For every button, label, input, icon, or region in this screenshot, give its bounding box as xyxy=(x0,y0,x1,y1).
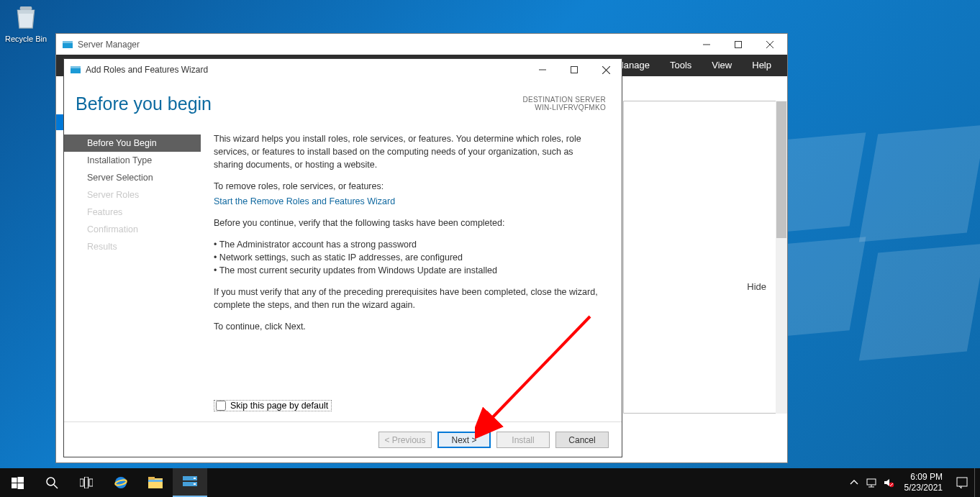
wizard-minimize-button[interactable] xyxy=(527,59,558,81)
tray-volume-icon[interactable] xyxy=(880,478,897,488)
wizard-icon xyxy=(70,64,81,76)
menu-help[interactable]: Help xyxy=(742,55,781,76)
wizard-verify-close: If you must verify that any of the prece… xyxy=(214,286,604,311)
svg-rect-21 xyxy=(85,477,89,488)
skip-page-checkbox[interactable] xyxy=(216,401,226,411)
wizard-heading: Before you begin xyxy=(76,94,522,114)
svg-rect-22 xyxy=(89,479,93,486)
destination-value: WIN-LIVFRVQFMKO xyxy=(522,104,606,111)
menu-tools[interactable]: Tools xyxy=(660,55,702,76)
wizard-button-row: < Previous Next > Install Cancel xyxy=(378,432,609,448)
svg-rect-17 xyxy=(17,483,24,489)
svg-rect-14 xyxy=(12,478,17,483)
step-confirmation: Confirmation xyxy=(64,221,201,238)
install-button: Install xyxy=(496,432,550,448)
svg-rect-15 xyxy=(17,477,24,483)
taskbar-time: 6:09 PM xyxy=(904,472,943,483)
task-view-button[interactable] xyxy=(69,468,104,497)
prereq-item: The most current security updates from W… xyxy=(214,264,604,277)
svg-rect-8 xyxy=(71,66,81,68)
step-server-selection[interactable]: Server Selection xyxy=(64,169,201,186)
menu-view[interactable]: View xyxy=(702,55,742,76)
wizard-destination: DESTINATION SERVER WIN-LIVFRVQFMKO xyxy=(522,96,606,111)
server-manager-titlebar[interactable]: Server Manager xyxy=(56,34,787,55)
tray-chevron-icon[interactable] xyxy=(845,478,863,487)
skip-page-checkbox-row[interactable]: Skip this page by default xyxy=(214,400,332,411)
taskbar-date: 5/23/2021 xyxy=(904,483,943,493)
tray-notifications-icon[interactable] xyxy=(950,476,974,489)
svg-rect-30 xyxy=(194,478,196,479)
wizard-divider xyxy=(64,421,622,422)
wizard-intro-text: This wizard helps you install roles, rol… xyxy=(214,132,604,171)
svg-rect-20 xyxy=(80,479,83,486)
skip-page-label: Skip this page by default xyxy=(230,401,328,411)
svg-rect-10 xyxy=(571,67,578,73)
desktop-background-windows-logo xyxy=(764,137,980,352)
step-results: Results xyxy=(64,238,201,255)
tray-network-icon[interactable] xyxy=(863,478,880,488)
svg-rect-4 xyxy=(735,41,742,47)
previous-button: < Previous xyxy=(378,432,432,448)
maximize-button[interactable] xyxy=(722,34,754,55)
wizard-prereq-list: The Administrator account has a strong p… xyxy=(214,238,604,277)
svg-rect-0 xyxy=(20,6,32,10)
destination-label: DESTINATION SERVER xyxy=(522,96,606,104)
sm-hide-link[interactable]: Hide xyxy=(747,281,766,292)
server-manager-title: Server Manager xyxy=(78,40,691,50)
close-button[interactable] xyxy=(754,34,786,55)
server-manager-icon xyxy=(62,39,73,50)
step-installation-type[interactable]: Installation Type xyxy=(64,152,201,169)
wizard-continue-text: To continue, click Next. xyxy=(214,320,604,333)
desktop-icon-label: Recycle Bin xyxy=(4,35,47,43)
prereq-item: The Administrator account has a strong p… xyxy=(214,238,604,251)
prereq-item: Network settings, such as static IP addr… xyxy=(214,251,604,264)
add-roles-wizard-window: Add Roles and Features Wizard Before you… xyxy=(63,58,622,457)
wizard-remove-label: To remove roles, role services, or featu… xyxy=(214,180,604,193)
wizard-steps-nav: Before You Begin Installation Type Serve… xyxy=(64,127,201,414)
step-before-you-begin[interactable]: Before You Begin xyxy=(64,134,201,152)
minimize-button[interactable] xyxy=(691,34,722,55)
svg-rect-26 xyxy=(148,477,155,480)
svg-point-18 xyxy=(47,478,55,485)
svg-rect-16 xyxy=(12,483,17,488)
svg-line-19 xyxy=(54,485,58,488)
next-button[interactable]: Next > xyxy=(437,432,491,448)
svg-rect-2 xyxy=(63,41,73,43)
wizard-titlebar[interactable]: Add Roles and Features Wizard xyxy=(64,59,622,81)
svg-rect-37 xyxy=(957,478,967,486)
taskbar-ie-icon[interactable] xyxy=(104,468,138,497)
sm-scrollbar[interactable] xyxy=(776,101,787,414)
remove-roles-link[interactable]: Start the Remove Roles and Features Wiza… xyxy=(214,196,395,206)
sm-dashboard-panel: Hide xyxy=(623,101,777,414)
svg-rect-31 xyxy=(194,483,196,485)
svg-rect-27 xyxy=(148,480,163,482)
wizard-title: Add Roles and Features Wizard xyxy=(86,65,527,75)
show-desktop-button[interactable] xyxy=(974,468,979,497)
taskbar: 6:09 PM 5/23/2021 xyxy=(0,468,980,497)
start-button[interactable] xyxy=(0,468,35,497)
taskbar-clock[interactable]: 6:09 PM 5/23/2021 xyxy=(897,472,950,493)
step-server-roles: Server Roles xyxy=(64,186,201,204)
wizard-close-button[interactable] xyxy=(590,59,622,81)
desktop-icon-recycle-bin[interactable]: Recycle Bin xyxy=(4,3,47,43)
search-button[interactable] xyxy=(35,468,69,497)
cancel-button[interactable]: Cancel xyxy=(555,432,609,448)
recycle-bin-icon xyxy=(12,3,40,32)
step-features: Features xyxy=(64,204,201,221)
taskbar-server-manager-icon[interactable] xyxy=(173,468,207,497)
wizard-content: This wizard helps you install roles, rol… xyxy=(201,127,622,414)
wizard-maximize-button[interactable] xyxy=(558,59,590,81)
svg-rect-32 xyxy=(867,479,876,485)
wizard-verify-intro: Before you continue, verify that the fol… xyxy=(214,216,604,229)
taskbar-explorer-icon[interactable] xyxy=(138,468,173,497)
